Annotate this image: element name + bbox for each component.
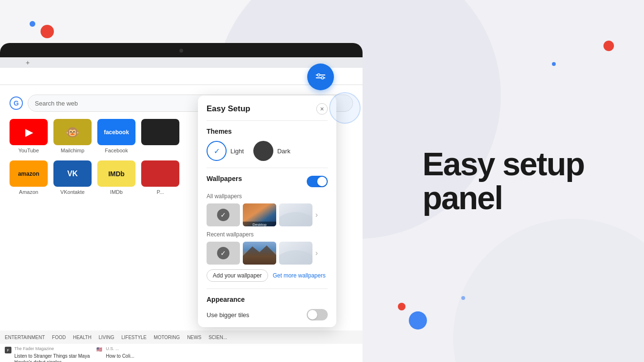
dial-unknown[interactable] — [141, 119, 179, 153]
dial-imdb[interactable]: IMDb IMDb — [97, 160, 135, 195]
news-item-1[interactable]: F The Fader Magazine Listen to Stranger … — [5, 346, 91, 362]
news-category-bar: ENTERTAINMENT FOOD HEALTH LIVING LIFESTY… — [0, 330, 363, 344]
wallpapers-toggle[interactable] — [307, 176, 328, 187]
settings-fab-button[interactable] — [307, 64, 334, 90]
theme-options: ✓ Light Dark — [207, 141, 328, 161]
wallpaper-thumb-desktop[interactable]: Desktop — [243, 203, 276, 226]
decorative-dot-red-top-right — [603, 41, 614, 51]
panel-header: Easy Setup × — [198, 96, 336, 120]
cat-science[interactable]: SCIEN... — [208, 335, 227, 340]
cat-news[interactable]: NEWS — [187, 335, 201, 340]
light-wallpaper-svg-2 — [279, 242, 312, 265]
facebook-icon: facebook — [97, 119, 135, 145]
svg-point-2 — [318, 74, 320, 76]
panel-title: Easy Setup — [207, 104, 250, 114]
easy-setup-panel: Easy Setup × Themes ✓ Light Dark — [198, 96, 336, 327]
youtube-label: YouTube — [18, 148, 39, 153]
decorative-dot-blue-mid-right2 — [461, 296, 465, 300]
decorative-dot-red-top-left — [41, 25, 54, 38]
google-logo: G — [10, 96, 23, 110]
unknown-icon — [141, 119, 179, 145]
tab-add-button[interactable]: + — [24, 59, 31, 66]
facebook-label: Facebook — [105, 148, 128, 153]
all-wallpapers-strip: ✓ — [207, 203, 328, 226]
wallpaper-check-2: ✓ — [217, 247, 229, 259]
theme-label-light: Light — [230, 148, 244, 155]
vk-icon: VK — [53, 160, 92, 187]
theme-option-dark[interactable]: Dark — [253, 141, 290, 161]
light-wallpaper-svg — [279, 203, 312, 226]
recent-wallpapers-label: Recent wallpapers — [207, 231, 328, 238]
p-icon — [141, 160, 179, 187]
wallpaper-thumb-light[interactable] — [279, 203, 312, 226]
bigger-tiles-row: Use bigger tiles — [207, 309, 328, 320]
wallpaper-thumb-checked-1[interactable]: ✓ — [207, 203, 240, 226]
dial-amazon[interactable]: amazon Amazon — [10, 160, 48, 195]
dial-facebook[interactable]: facebook Facebook — [97, 119, 135, 153]
news-source-name-1: The Fader Magazine — [14, 346, 91, 352]
news-text-2: U.S. ... How to Coli... — [106, 346, 134, 359]
decorative-dot-red-bottom — [398, 303, 405, 310]
cat-motoring[interactable]: MOTORING — [154, 335, 180, 340]
hero-text-line2: panel — [422, 180, 502, 216]
theme-label-dark: Dark — [277, 148, 290, 155]
news-headline-2: How to Coli... — [106, 353, 134, 359]
cat-lifestyle[interactable]: LIFESTYLE — [121, 335, 146, 340]
mountain-wallpaper-svg — [243, 242, 276, 265]
recent-wallpapers-chevron[interactable]: › — [315, 249, 318, 257]
svg-text:Desktop: Desktop — [252, 223, 267, 226]
dial-vk[interactable]: VK VKontakte — [53, 160, 92, 195]
wallpapers-header-row: Wallpapers — [207, 175, 328, 188]
theme-circle-dark — [253, 141, 273, 161]
wallpaper-thumb-checked-2[interactable]: ✓ — [207, 242, 240, 265]
news-text-1: The Fader Magazine Listen to Stranger Th… — [14, 346, 91, 362]
youtube-icon: ▶ — [10, 119, 48, 145]
themes-title: Themes — [207, 128, 328, 135]
get-more-wallpapers-link[interactable]: Get more wallpapers — [273, 272, 326, 279]
news-articles: F The Fader Magazine Listen to Stranger … — [0, 344, 363, 362]
hero-text-line1: Easy setup — [422, 146, 584, 182]
check-icon-1: ✓ — [220, 211, 226, 219]
decorative-dot-blue-mid-right — [552, 62, 556, 66]
mailchimp-icon: 🐵 — [53, 119, 92, 145]
theme-circle-light: ✓ — [207, 141, 227, 161]
decorative-dot-blue-top-left — [30, 21, 35, 27]
add-wallpaper-button[interactable]: Add your wallpaper — [207, 269, 268, 282]
dial-p[interactable]: P... — [141, 160, 179, 195]
wallpaper-check-1: ✓ — [217, 209, 229, 221]
imdb-label: IMDb — [110, 189, 123, 195]
dial-mailchimp[interactable]: 🐵 Mailchimp — [53, 119, 92, 153]
hero-text: Easy setup panel — [422, 147, 584, 215]
appearance-title: Appearance — [207, 296, 328, 303]
cat-entertainment[interactable]: ENTERTAINMENT — [5, 335, 45, 340]
themes-section: Themes ✓ Light Dark — [198, 121, 336, 168]
bigger-tiles-toggle[interactable] — [307, 309, 328, 320]
theme-option-light[interactable]: ✓ Light — [207, 141, 244, 161]
mailchimp-label: Mailchimp — [61, 148, 84, 153]
appearance-section: Appearance Use bigger tiles — [198, 289, 336, 327]
tab-bar: + — [0, 57, 363, 68]
svg-point-3 — [322, 77, 324, 79]
wallpaper-thumb-light-2[interactable] — [279, 242, 312, 265]
dial-youtube[interactable]: ▶ YouTube — [10, 119, 48, 153]
news-source-icon-2: 🇺🇸 — [96, 347, 103, 353]
news-item-2[interactable]: 🇺🇸 U.S. ... How to Coli... — [96, 346, 182, 362]
p-label: P... — [156, 189, 164, 195]
news-source-name-2: U.S. ... — [106, 346, 134, 352]
check-icon-2: ✓ — [220, 249, 226, 257]
cat-living[interactable]: LIVING — [99, 335, 114, 340]
desktop-wallpaper-svg: Desktop — [243, 203, 276, 226]
close-button[interactable]: × — [316, 103, 328, 115]
wallpapers-section: Wallpapers All wallpapers ✓ — [198, 168, 336, 288]
amazon-label: Amazon — [19, 189, 38, 195]
all-wallpapers-chevron[interactable]: › — [315, 211, 318, 219]
news-headline-1: Listen to Stranger Things star Maya Hawk… — [14, 353, 91, 362]
wallpaper-thumb-mountain[interactable] — [243, 242, 276, 265]
bigger-tiles-label: Use bigger tiles — [207, 311, 249, 319]
wallpapers-toggle-knob — [317, 177, 327, 186]
cat-food[interactable]: FOOD — [52, 335, 66, 340]
vk-label: VKontakte — [61, 189, 85, 195]
settings-icon — [315, 71, 326, 83]
tablet-camera — [179, 49, 183, 53]
cat-health[interactable]: HEALTH — [73, 335, 92, 340]
